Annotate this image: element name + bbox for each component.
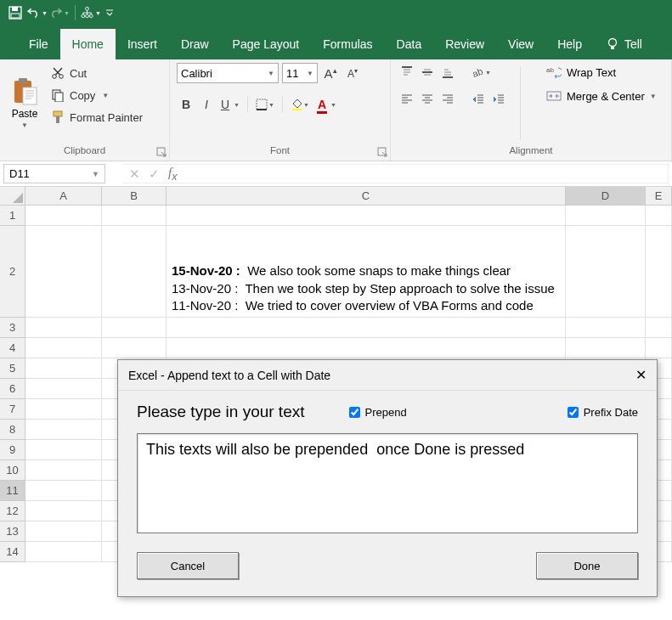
tab-draw[interactable]: Draw	[169, 29, 221, 59]
copy-button[interactable]: Copy ▼	[48, 85, 146, 105]
row-header-11[interactable]: 11	[0, 481, 25, 501]
tab-file[interactable]: File	[17, 29, 60, 59]
tab-help[interactable]: Help	[545, 29, 594, 59]
cell[interactable]	[25, 358, 102, 379]
tab-pagelayout[interactable]: Page Layout	[221, 29, 312, 59]
align-top-button[interactable]	[398, 63, 416, 82]
align-bottom-button[interactable]	[438, 63, 457, 82]
merge-center-button[interactable]: Merge & Center ▼	[541, 87, 662, 105]
hierarchy-icon[interactable]: ▼	[81, 3, 101, 23]
enter-formula-icon[interactable]: ✓	[149, 166, 160, 182]
qat-customize-button[interactable]	[103, 3, 116, 23]
cell[interactable]	[102, 338, 167, 358]
done-button[interactable]: Done	[536, 552, 638, 579]
cut-button[interactable]: Cut	[48, 63, 146, 83]
cell[interactable]	[566, 338, 646, 358]
cell[interactable]	[25, 379, 102, 399]
col-header-C[interactable]: C	[167, 187, 566, 206]
align-center-button[interactable]	[418, 90, 437, 109]
increase-font-button[interactable]: A▴	[321, 64, 340, 82]
dialog-titlebar[interactable]: Excel - Append text to a Cell with Date …	[118, 360, 657, 391]
cell[interactable]	[25, 460, 102, 481]
row-header-13[interactable]: 13	[0, 521, 25, 542]
align-left-button[interactable]	[398, 90, 416, 109]
cell[interactable]	[25, 501, 102, 521]
row-header-1[interactable]: 1	[0, 206, 25, 226]
dialog-textarea[interactable]	[137, 433, 638, 533]
font-size-combo[interactable]: 11 ▼	[282, 63, 318, 83]
prefix-date-checkbox-input[interactable]	[568, 407, 579, 418]
formula-bar-input[interactable]	[184, 164, 669, 183]
name-box[interactable]: D11 ▼	[3, 164, 105, 183]
cell[interactable]	[566, 226, 646, 318]
prefix-date-checkbox[interactable]: Prefix Date	[568, 406, 638, 419]
italic-button[interactable]: I	[197, 95, 216, 114]
font-launcher-icon[interactable]	[377, 147, 388, 158]
tab-insert[interactable]: Insert	[116, 29, 169, 59]
undo-button[interactable]: ▼	[27, 3, 48, 23]
row-header-10[interactable]: 10	[0, 460, 25, 481]
col-header-B[interactable]: B	[102, 187, 167, 206]
fill-color-button[interactable]: ▼	[287, 95, 313, 114]
font-name-combo[interactable]: Calibri ▼	[177, 63, 279, 83]
prepend-checkbox[interactable]: Prepend	[349, 406, 407, 419]
border-button[interactable]: ▼	[252, 95, 278, 114]
cell[interactable]	[646, 338, 672, 358]
cell[interactable]	[25, 226, 102, 318]
cell[interactable]	[102, 318, 167, 338]
tab-tell-me[interactable]: Tell	[594, 29, 654, 59]
row-header-4[interactable]: 4	[0, 338, 25, 358]
tab-review[interactable]: Review	[433, 29, 496, 59]
align-right-button[interactable]	[438, 90, 457, 109]
col-header-A[interactable]: A	[25, 187, 102, 206]
cell[interactable]	[167, 318, 566, 338]
cell[interactable]	[566, 206, 646, 226]
row-header-2[interactable]: 2	[0, 226, 25, 318]
font-color-button[interactable]: A ▼	[314, 95, 340, 114]
tab-home[interactable]: Home	[60, 29, 116, 59]
decrease-font-button[interactable]: A▾	[343, 64, 362, 82]
cancel-formula-icon[interactable]: ✕	[129, 166, 140, 182]
cell[interactable]	[646, 206, 672, 226]
insert-function-button[interactable]: fx	[168, 166, 177, 183]
cell[interactable]	[102, 206, 167, 226]
clipboard-launcher-icon[interactable]	[156, 147, 167, 158]
prepend-checkbox-input[interactable]	[349, 407, 360, 418]
cell-C2[interactable]: 15-Nov-20 : We also took some snaps to m…	[167, 226, 566, 318]
cell[interactable]	[102, 226, 167, 318]
increase-indent-button[interactable]	[489, 90, 508, 109]
cell[interactable]	[25, 440, 102, 460]
format-painter-button[interactable]: Format Painter	[48, 107, 146, 127]
cell[interactable]	[646, 226, 672, 318]
row-header-12[interactable]: 12	[0, 501, 25, 521]
align-middle-button[interactable]	[418, 63, 437, 82]
cell[interactable]	[25, 481, 102, 501]
cell[interactable]	[25, 318, 102, 338]
underline-button[interactable]: U▼	[217, 95, 243, 114]
tab-formulas[interactable]: Formulas	[311, 29, 384, 59]
cell[interactable]	[25, 399, 102, 420]
row-header-8[interactable]: 8	[0, 420, 25, 440]
cell[interactable]	[25, 420, 102, 440]
select-all-corner[interactable]	[0, 187, 25, 206]
cell[interactable]	[566, 318, 646, 338]
row-header-6[interactable]: 6	[0, 379, 25, 399]
col-header-E[interactable]: E	[646, 187, 672, 206]
wrap-text-button[interactable]: ab Wrap Text	[541, 63, 662, 82]
bold-button[interactable]: B	[177, 95, 195, 114]
cell[interactable]	[646, 318, 672, 338]
cell[interactable]	[167, 206, 566, 226]
cell[interactable]	[25, 521, 102, 542]
row-header-9[interactable]: 9	[0, 440, 25, 460]
row-header-7[interactable]: 7	[0, 399, 25, 420]
cell[interactable]	[25, 338, 102, 358]
tab-view[interactable]: View	[496, 29, 545, 59]
cell[interactable]	[25, 542, 102, 562]
tab-data[interactable]: Data	[385, 29, 434, 59]
save-icon[interactable]	[5, 3, 25, 23]
cancel-button[interactable]: Cancel	[137, 552, 239, 579]
redo-button[interactable]: ▼	[49, 3, 70, 23]
row-header-3[interactable]: 3	[0, 318, 25, 338]
paste-button[interactable]: Paste ▼	[7, 63, 42, 144]
close-icon[interactable]: ✕	[635, 367, 647, 383]
